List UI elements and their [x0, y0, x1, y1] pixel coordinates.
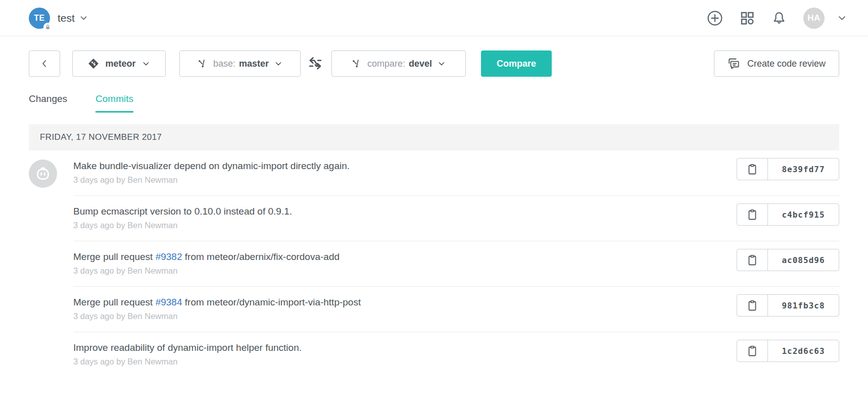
- pr-link[interactable]: #9384: [156, 297, 182, 307]
- code-review-comment-icon: [728, 57, 741, 70]
- compare-toolbar: meteor base: master compare: devel Compa…: [29, 50, 839, 77]
- commit-hash-group: 8e39fd77: [737, 158, 839, 180]
- date-group-header: FRIDAY, 17 NOVEMBER 2017: [29, 124, 839, 150]
- create-code-review-label: Create code review: [747, 59, 826, 69]
- commit-row: Improve readability of dynamic-import he…: [29, 332, 839, 378]
- base-chevron-down-icon: [274, 60, 282, 68]
- commit-message: Improve readability of dynamic-import he…: [73, 341, 725, 354]
- copy-hash-button[interactable]: [737, 340, 767, 361]
- compare-label: compare:: [367, 59, 405, 69]
- repo-icon: [88, 58, 99, 69]
- repo-selector[interactable]: meteor: [72, 50, 166, 77]
- commit-hash-group: ac085d96: [737, 249, 839, 271]
- commit-row: Merge pull request #9384 from meteor/dyn…: [29, 287, 839, 332]
- copy-hash-button[interactable]: [737, 295, 767, 316]
- bell-icon[interactable]: [771, 11, 787, 26]
- base-branch-selector[interactable]: base: master: [179, 50, 301, 77]
- commit-meta: 3 days ago by Ben Newman: [73, 221, 725, 230]
- commit-hash-group: c4bcf915: [737, 203, 839, 226]
- tab-commits[interactable]: Commits: [95, 93, 133, 113]
- commit-hash[interactable]: 8e39fd77: [767, 159, 839, 180]
- commit-hash[interactable]: 1c2d6c63: [767, 340, 839, 361]
- commit-gutter: [29, 158, 73, 188]
- commit-hash[interactable]: 981fb3c8: [767, 295, 839, 316]
- commit-meta: 3 days ago by Ben Newman: [73, 266, 725, 276]
- compare-branch-selector[interactable]: compare: devel: [331, 50, 466, 77]
- commit-message: Bump ecmascript version to 0.10.0 instea…: [73, 205, 725, 218]
- commit-hash[interactable]: ac085d96: [767, 249, 839, 271]
- author-avatar: [29, 160, 57, 188]
- commit-message: Merge pull request #9382 from meteor/abe…: [73, 250, 725, 264]
- repo-name: meteor: [105, 59, 135, 69]
- workspace-avatar[interactable]: TE: [29, 8, 50, 29]
- compare-chevron-down-icon: [438, 60, 446, 68]
- branch-icon: [352, 59, 362, 69]
- back-button[interactable]: [29, 50, 60, 77]
- commit-message: Merge pull request #9384 from meteor/dyn…: [73, 296, 725, 309]
- workspace-chevron-down-icon[interactable]: [79, 14, 88, 22]
- add-icon[interactable]: [707, 10, 723, 26]
- top-bar: TE test HA: [0, 0, 868, 36]
- commit-row: Make bundle-visualizer depend on dynamic…: [29, 150, 839, 196]
- copy-hash-button[interactable]: [737, 159, 767, 180]
- user-avatar[interactable]: HA: [803, 8, 825, 29]
- commit-hash[interactable]: c4bcf915: [767, 204, 839, 225]
- commit-message: Make bundle-visualizer depend on dynamic…: [73, 160, 725, 173]
- copy-hash-button[interactable]: [737, 249, 767, 271]
- commit-meta: 3 days ago by Ben Newman: [73, 311, 725, 321]
- apps-grid-icon[interactable]: [740, 11, 755, 26]
- commit-hash-group: 981fb3c8: [737, 294, 839, 317]
- workspace-name[interactable]: test: [58, 12, 75, 24]
- tab-bar: Changes Commits: [29, 93, 839, 113]
- commit-row: Bump ecmascript version to 0.10.0 instea…: [29, 196, 839, 241]
- commit-hash-group: 1c2d6c63: [737, 340, 839, 362]
- tab-changes[interactable]: Changes: [29, 93, 67, 113]
- create-code-review-button[interactable]: Create code review: [714, 50, 839, 77]
- swap-refs-icon[interactable]: [308, 56, 323, 71]
- lock-icon: [43, 23, 52, 31]
- commit-meta: 3 days ago by Ben Newman: [73, 175, 725, 185]
- branch-icon: [198, 59, 208, 69]
- repo-chevron-down-icon: [142, 60, 150, 68]
- account-chevron-down-icon[interactable]: [837, 13, 847, 23]
- commit-list: Make bundle-visualizer depend on dynamic…: [29, 150, 839, 378]
- base-label: base:: [213, 59, 235, 69]
- compare-button[interactable]: Compare: [481, 50, 552, 77]
- copy-hash-button[interactable]: [737, 204, 767, 225]
- pr-link[interactable]: #9382: [156, 251, 182, 262]
- base-value: master: [239, 59, 269, 69]
- compare-value: devel: [409, 59, 432, 69]
- commit-row: Merge pull request #9382 from meteor/abe…: [29, 241, 839, 287]
- commit-meta: 3 days ago by Ben Newman: [73, 357, 725, 366]
